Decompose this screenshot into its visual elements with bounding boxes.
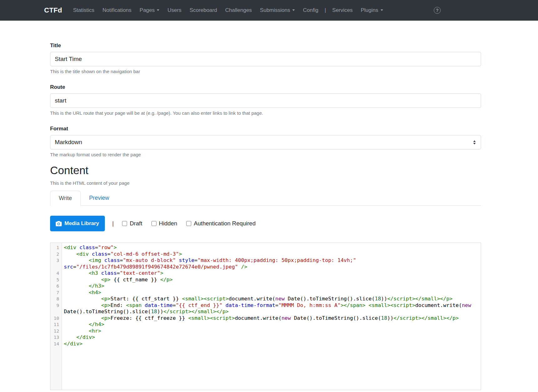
title-input[interactable] — [50, 52, 481, 66]
code-line: <div class="col-md-6 offset-md-3"> — [64, 251, 481, 258]
line-number: 6 — [50, 283, 62, 289]
ctfd-logo[interactable]: CTFd — [44, 6, 62, 14]
camera-icon — [56, 221, 62, 226]
nav-divider: | — [322, 7, 328, 13]
editor-tabs: Write Preview — [50, 191, 481, 206]
line-number: 8 — [50, 296, 62, 302]
checkbox-label: Hidden — [159, 220, 177, 227]
line-number: 11 — [50, 321, 62, 328]
format-label: Format — [50, 126, 481, 132]
code-line: <h4> — [64, 289, 481, 296]
route-input[interactable] — [50, 93, 481, 108]
line-number: 3 — [50, 257, 62, 264]
line-number — [50, 309, 62, 315]
title-help-text: This is the title shown on the navigatio… — [50, 69, 481, 74]
checkbox-box[interactable] — [122, 221, 127, 226]
nav-item-pages[interactable]: Pages — [136, 7, 163, 13]
line-number: 13 — [50, 334, 62, 341]
title-label: Title — [50, 43, 481, 49]
checkbox-authentication-required[interactable]: Authentication Required — [186, 220, 255, 227]
code-line: <h3 class="text-center"> — [64, 270, 481, 277]
line-number: 12 — [50, 328, 62, 334]
editor-toolbar: Media Library | DraftHiddenAuthenticatio… — [50, 216, 481, 231]
checkbox-hidden[interactable]: Hidden — [151, 220, 177, 227]
checkbox-label: Authentication Required — [194, 220, 255, 227]
line-number: 14 — [50, 341, 62, 347]
code-editor[interactable]: 1234567891011121314 <div class="row"> <d… — [50, 243, 481, 390]
checkbox-box[interactable] — [186, 221, 191, 226]
nav-item-users[interactable]: Users — [163, 7, 185, 13]
nav-item-config[interactable]: Config — [299, 7, 322, 13]
line-number: 5 — [50, 277, 62, 283]
content-heading: Content — [50, 164, 481, 177]
checkbox-label: Draft — [130, 220, 142, 227]
nav-item-submissions[interactable]: Submissions — [256, 7, 299, 13]
toolbar-separator: | — [112, 220, 114, 227]
line-number: 1 — [50, 244, 62, 251]
code-line: src="/files/1c7fb479d89891f949674842e726… — [64, 264, 481, 270]
code-line: </div> — [64, 341, 481, 347]
line-number: 10 — [50, 315, 62, 322]
nav-item-statistics[interactable]: Statistics — [69, 7, 98, 13]
format-select[interactable]: Markdown — [50, 135, 481, 149]
line-number: 9 — [50, 302, 62, 309]
code-line: <p>Freeze: {{ ctf_freeze }} <small><scri… — [64, 315, 481, 322]
code-line: <p>End: <span data-time="{{ ctf_end }}" … — [64, 302, 481, 309]
nav-item-services[interactable]: Services — [328, 7, 357, 13]
content-help-text: This is the HTML content of your page — [50, 180, 481, 186]
code-line: </h4> — [64, 321, 481, 328]
checkbox-group: DraftHiddenAuthentication Required — [122, 220, 264, 227]
chevron-down-icon — [292, 9, 295, 11]
line-number: 4 — [50, 270, 62, 277]
nav-item-plugins[interactable]: Plugins — [357, 7, 387, 13]
route-label: Route — [50, 84, 481, 90]
code-line: <p>Start: {{ ctf_start }} <small><script… — [64, 296, 481, 302]
format-select-value: Markdown — [55, 139, 82, 146]
code-line: <img class="mx-auto d-block" style="max-… — [64, 257, 481, 264]
media-library-label: Media Library — [64, 220, 99, 227]
line-number: 2 — [50, 251, 62, 258]
editor-gutter: 1234567891011121314 — [50, 243, 62, 390]
nav-item-notifications[interactable]: Notifications — [98, 7, 136, 13]
line-number — [50, 264, 62, 270]
select-updown-icon — [473, 140, 476, 144]
editor-code-area[interactable]: <div class="row"> <div class="col-md-6 o… — [62, 243, 481, 390]
format-help-text: The markup format used to render the pag… — [50, 152, 481, 157]
chevron-down-icon — [157, 9, 159, 11]
tab-preview[interactable]: Preview — [81, 191, 118, 205]
code-line: </h3> — [64, 283, 481, 289]
checkbox-draft[interactable]: Draft — [122, 220, 142, 227]
navbar: CTFd StatisticsNotificationsPagesUsersSc… — [0, 0, 538, 21]
nav-item-scoreboard[interactable]: Scoreboard — [186, 7, 221, 13]
help-icon[interactable]: ? — [434, 7, 441, 14]
tab-write[interactable]: Write — [50, 191, 81, 206]
media-library-button[interactable]: Media Library — [50, 216, 105, 231]
navbar-items: StatisticsNotificationsPagesUsersScorebo… — [69, 7, 387, 13]
help-icon-glyph: ? — [436, 8, 439, 13]
code-line: </div> — [64, 334, 481, 341]
code-line: <p> {{ ctf_name }} </p> — [64, 277, 481, 283]
page-editor-form: Title This is the title shown on the nav… — [50, 21, 481, 390]
line-number: 7 — [50, 289, 62, 296]
nav-item-challenges[interactable]: Challenges — [221, 7, 256, 13]
chevron-down-icon — [381, 9, 383, 11]
code-line: <hr> — [64, 328, 481, 334]
code-line: <div class="row"> — [64, 244, 481, 251]
code-line: Date().toTimeString().slice(18))</script… — [64, 309, 481, 315]
checkbox-box[interactable] — [151, 221, 156, 226]
route-help-text: This is the URL route that your page wil… — [50, 110, 481, 116]
